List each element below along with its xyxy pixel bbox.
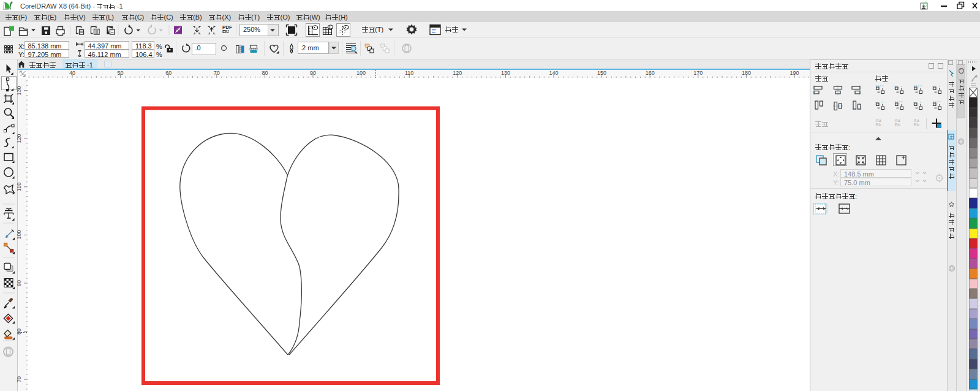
svg-text:PDF: PDF (222, 25, 232, 30)
